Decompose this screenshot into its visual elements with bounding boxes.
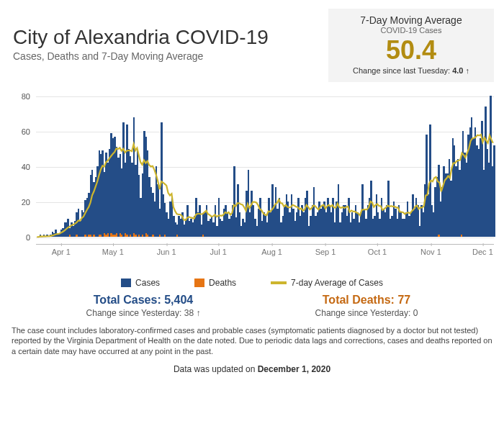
avg-title: 7-Day Moving Average [338,14,484,26]
x-tick-label: Aug 1 [261,248,282,256]
updated-line: Data was updated on December 1, 2020 [0,364,504,374]
moving-average-line [37,135,493,237]
avg-change: Change since last Tuesday: 4.0 [338,66,484,75]
avg-subtitle: COVID-19 Cases [338,26,484,35]
total-cases: Total Cases: 5,404 Change since Yesterda… [86,294,201,318]
y-tick-label: 20 [22,198,30,207]
page-title: City of Alexandria COVID-19 [13,26,269,49]
y-tick-label: 40 [22,163,30,171]
page-subtitle: Cases, Deaths and 7-Day Moving Average [13,50,269,62]
legend-deaths: Deaths [194,278,236,288]
x-tick-label: Jun 1 [157,248,176,256]
chart: 020406080 Apr 1May 1Jun 1Jul 1Aug 1Sep 1… [10,94,494,273]
moving-average-panel: 7-Day Moving Average COVID-19 Cases 50.4… [328,9,494,82]
avg-value: 50.4 [338,36,484,65]
line-icon [271,281,287,284]
plot-area [36,94,494,245]
legend: Cases Deaths 7-day Average of Cases [0,278,504,288]
x-tick-label: Sep 1 [315,248,336,256]
y-axis: 020406080 [10,94,33,245]
x-tick-label: May 1 [102,248,124,256]
x-tick-label: Dec 1 [472,248,493,256]
x-tick-label: Apr 1 [52,248,71,256]
x-tick-label: Oct 1 [368,248,387,256]
legend-avg: 7-day Average of Cases [271,278,383,288]
x-tick-label: Nov 1 [420,248,441,256]
square-icon [121,279,131,287]
square-icon [194,279,204,287]
y-tick-label: 60 [22,127,30,136]
total-deaths: Total Deaths: 77 Change since Yesterday:… [315,294,418,318]
x-axis: Apr 1May 1Jun 1Jul 1Aug 1Sep 1Oct 1Nov 1… [36,248,494,269]
y-tick-label: 0 [26,233,30,242]
footnote: The case count includes laboratory-confi… [12,325,492,358]
legend-cases: Cases [121,278,160,288]
x-tick-label: Jul 1 [210,248,227,256]
y-tick-label: 80 [22,92,30,101]
